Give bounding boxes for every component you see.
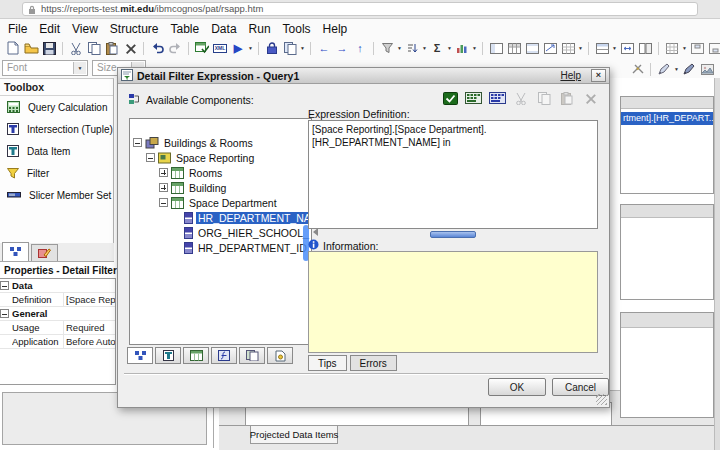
collapse-icon[interactable] — [0, 281, 9, 290]
selected-filter-expression[interactable]: rtment].[HR_DEPART... — [621, 112, 713, 125]
menu-table[interactable]: Table — [171, 22, 209, 36]
collapse-icon[interactable] — [133, 138, 142, 147]
chart-type-icon[interactable] — [454, 39, 470, 57]
tree-node-buildings-rooms[interactable]: Buildings & Rooms — [130, 135, 311, 150]
right-scroll-strip[interactable] — [714, 78, 720, 450]
filter-caret[interactable]: ▼ — [396, 45, 403, 51]
align-top-icon[interactable] — [689, 39, 705, 57]
new-document-icon[interactable] — [5, 39, 21, 57]
filter-icon[interactable] — [379, 39, 395, 57]
dialog-close-icon[interactable]: × — [591, 69, 606, 82]
run-options-caret[interactable]: ▼ — [247, 45, 254, 51]
ok-button[interactable]: OK — [488, 378, 546, 396]
expression-definition-input[interactable]: [Space Reporting].[Space Department].[HR… — [308, 120, 598, 229]
expression-delete-icon[interactable] — [582, 89, 598, 107]
property-group-row[interactable]: Data — [0, 279, 115, 293]
headers-icon[interactable] — [524, 39, 540, 57]
apply-style-icon[interactable] — [681, 60, 697, 78]
undo-icon[interactable] — [149, 39, 165, 57]
pick-up-style-icon[interactable] — [282, 39, 298, 57]
group-icon[interactable] — [594, 39, 610, 57]
expand-icon[interactable] — [159, 168, 168, 177]
menu-view[interactable]: View — [72, 22, 107, 36]
tree-node-rooms[interactable]: Rooms — [130, 165, 311, 180]
open-icon[interactable] — [23, 39, 39, 57]
lock-icon[interactable] — [264, 39, 280, 57]
tab-tips[interactable]: Tips — [308, 355, 347, 371]
group-caret[interactable]: ▼ — [611, 45, 618, 51]
dialog-title-bar[interactable]: Detail Filter Expression - Query1 Help × — [118, 68, 609, 84]
keypad-icon[interactable] — [465, 89, 482, 107]
cut-icon[interactable] — [68, 39, 84, 57]
projected-data-items-tab[interactable]: Projected Data Items — [250, 426, 338, 444]
collapse-icon[interactable] — [159, 198, 168, 207]
expression-paste-icon[interactable] — [559, 89, 575, 107]
section-icon[interactable] — [488, 39, 504, 57]
style-eraser-icon[interactable] — [629, 60, 645, 78]
merge-cells-icon[interactable] — [619, 39, 635, 57]
tree-node-hr-department-id[interactable]: HR_DEPARTMENT_ID — [130, 240, 311, 255]
tab-source-tree[interactable] — [127, 347, 153, 364]
menu-data[interactable]: Data — [211, 22, 245, 36]
toolbox-item-intersection-tuple[interactable]: Intersection (Tuple) — [0, 118, 113, 140]
tab-parameters[interactable] — [239, 347, 265, 364]
chart-type-caret[interactable]: ▼ — [471, 45, 478, 51]
save-icon[interactable] — [41, 39, 57, 57]
tree-node-space-reporting[interactable]: Space Reporting — [130, 150, 311, 165]
menu-run[interactable]: Run — [249, 22, 280, 36]
tab-queries[interactable] — [183, 347, 209, 364]
ungroup-icon[interactable] — [637, 39, 653, 57]
up-icon[interactable]: ↑ — [352, 39, 368, 57]
menu-help[interactable]: Help — [323, 22, 357, 36]
tab-properties[interactable] — [31, 244, 58, 261]
tree-node-space-department[interactable]: Space Department — [130, 195, 311, 210]
pick-up-style-caret[interactable]: ▼ — [299, 45, 306, 51]
validate-report-icon[interactable] — [194, 39, 210, 57]
property-group-row[interactable]: General — [0, 307, 115, 321]
toolbox-item-query-calculation[interactable]: Query Calculation — [0, 96, 113, 118]
paste-icon[interactable] — [104, 39, 120, 57]
font-select[interactable]: Font ▼ — [2, 60, 88, 76]
property-row[interactable]: Application Before Auto A — [0, 335, 115, 349]
swap-rows-columns-icon[interactable] — [542, 39, 558, 57]
expression-splitter[interactable] — [308, 231, 598, 239]
tab-data-items[interactable] — [155, 347, 181, 364]
style-picker-caret[interactable]: ▼ — [673, 66, 680, 72]
menu-structure[interactable]: Structure — [110, 22, 168, 36]
sort-caret[interactable]: ▼ — [421, 45, 428, 51]
redo-icon[interactable] — [167, 39, 183, 57]
collapse-icon[interactable] — [0, 309, 9, 318]
tree-node-hr-department-name[interactable]: HR_DEPARTMENT_NA — [130, 210, 311, 225]
expression-cut-icon[interactable] — [513, 89, 529, 107]
keypad-alt-icon[interactable] — [489, 89, 506, 107]
tab-functions[interactable] — [211, 347, 237, 364]
dialog-help-link[interactable]: Help — [560, 70, 581, 81]
tab-macros[interactable] — [267, 347, 293, 364]
tree-node-building[interactable]: Building — [130, 180, 311, 195]
toolbox-item-slicer-member-set[interactable]: Slicer Member Set — [0, 184, 113, 206]
collapse-icon[interactable] — [146, 153, 155, 162]
image-properties-icon[interactable] — [699, 60, 715, 78]
back-icon[interactable]: ← — [316, 39, 332, 57]
expand-icon[interactable] — [159, 183, 168, 192]
validate-expression-icon[interactable] — [442, 89, 458, 107]
menu-file[interactable]: File — [8, 22, 36, 36]
tab-explorer[interactable] — [2, 242, 29, 261]
toolbox-item-data-item[interactable]: Data Item — [0, 140, 113, 162]
summarize-caret[interactable]: ▼ — [446, 45, 453, 51]
toolbox-item-filter[interactable]: Filter — [0, 162, 113, 184]
menu-edit[interactable]: Edit — [39, 22, 69, 36]
summarize-icon[interactable]: Σ — [429, 39, 445, 57]
sort-icon[interactable] — [404, 39, 420, 57]
copy-icon[interactable] — [86, 39, 102, 57]
table-icon[interactable] — [506, 39, 522, 57]
insert-table-icon[interactable] — [560, 39, 576, 57]
run-report-icon[interactable]: ▶ — [230, 39, 246, 57]
tab-errors[interactable]: Errors — [350, 355, 397, 371]
expression-copy-icon[interactable] — [536, 89, 552, 107]
resize-grip[interactable] — [596, 394, 607, 405]
url-field[interactable]: https://reports-test.mit.edu/ibmcognos/p… — [22, 2, 698, 16]
visual-aids-icon[interactable] — [664, 39, 680, 57]
visual-aids-caret[interactable]: ▼ — [681, 45, 688, 51]
style-picker-icon[interactable] — [656, 60, 672, 78]
